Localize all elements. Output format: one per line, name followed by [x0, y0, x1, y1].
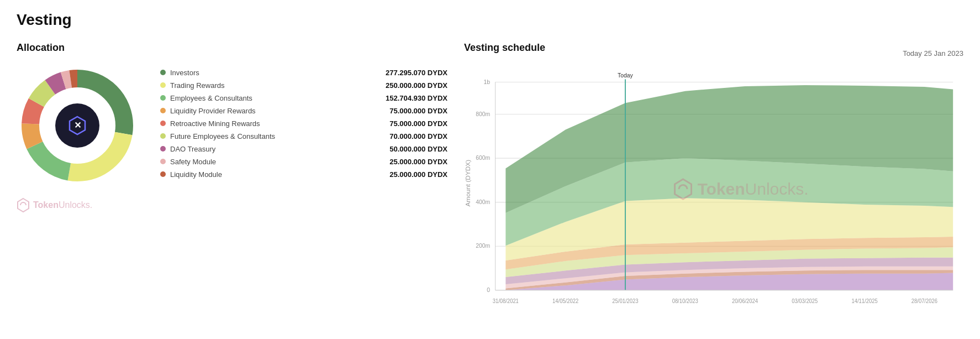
liquidity-module-value: 25.000.000 DYDX [389, 170, 447, 179]
retroactive-label: Retroactive Mining Rewards [170, 119, 260, 128]
svg-text:20/06/2024: 20/06/2024 [732, 298, 758, 305]
svg-text:31/08/2021: 31/08/2021 [493, 298, 519, 305]
trading-value: 250.000.000 DYDX [386, 81, 447, 90]
svg-text:Today: Today [618, 71, 633, 79]
vesting-chart: 0 200m 400m 600m 800m 1b Amount (DYDX) 3… [464, 70, 963, 308]
lp-label: Liquidity Provider Rewards [170, 107, 256, 115]
svg-text:1b: 1b [484, 78, 491, 85]
donut-center-logo: ✕ [55, 103, 99, 148]
investors-value: 277.295.070 DYDX [386, 69, 447, 77]
list-item: Employees & Consultants 152.704.930 DYDX [160, 94, 447, 102]
liquidity-module-dot [160, 171, 166, 177]
allocation-content: ✕ Investors 277.295.070 DYDX Trading R [17, 65, 447, 186]
watermark-text: TokenUnlocks. [33, 200, 92, 210]
dao-value: 50.000.000 DYDX [389, 145, 447, 153]
trading-dot [160, 82, 166, 88]
retroactive-dot [160, 121, 166, 126]
allocation-panel: Allocation [17, 42, 447, 308]
svg-text:28/07/2026: 28/07/2026 [911, 298, 937, 305]
future-emp-label: Future Employees & Consultants [170, 132, 275, 140]
main-layout: Allocation [17, 42, 963, 308]
allocation-title: Allocation [17, 42, 447, 54]
vesting-schedule-panel: Vesting schedule Today 25 Jan 2023 0 200… [464, 42, 963, 308]
list-item: Retroactive Mining Rewards 75.000.000 DY… [160, 119, 447, 128]
investors-dot [160, 70, 166, 75]
donut-chart: ✕ [17, 65, 138, 186]
dao-label: DAO Treasury [170, 145, 215, 153]
svg-text:400m: 400m [476, 198, 490, 205]
dao-dot [160, 146, 166, 152]
safety-value: 25.000.000 DYDX [389, 158, 447, 166]
svg-text:Amount (DYDX): Amount (DYDX) [465, 160, 471, 207]
svg-text:0: 0 [487, 286, 490, 293]
page-title: Vesting [17, 11, 963, 29]
lp-value: 75.000.000 DYDX [389, 107, 447, 115]
legend: Investors 277.295.070 DYDX Trading Rewar… [160, 69, 447, 183]
svg-text:✕: ✕ [74, 121, 81, 130]
svg-text:14/05/2022: 14/05/2022 [552, 298, 578, 305]
vesting-schedule-title: Vesting schedule [464, 42, 545, 54]
svg-text:03/03/2025: 03/03/2025 [792, 298, 818, 305]
list-item: Future Employees & Consultants 70.000.00… [160, 132, 447, 140]
svg-text:800m: 800m [476, 110, 490, 117]
future-emp-value: 70.000.000 DYDX [389, 132, 447, 140]
svg-text:200m: 200m [476, 242, 490, 249]
svg-text:25/01/2023: 25/01/2023 [612, 298, 638, 305]
chart-header: Vesting schedule Today 25 Jan 2023 [464, 42, 963, 65]
investors-label: Investors [170, 69, 199, 77]
lp-dot [160, 108, 166, 113]
list-item: Safety Module 25.000.000 DYDX [160, 158, 447, 166]
list-item: DAO Treasury 50.000.000 DYDX [160, 145, 447, 153]
list-item: Liquidity Provider Rewards 75.000.000 DY… [160, 107, 447, 115]
retroactive-value: 75.000.000 DYDX [389, 119, 447, 128]
left-watermark: TokenUnlocks. [17, 197, 447, 213]
list-item: Trading Rewards 250.000.000 DYDX [160, 81, 447, 90]
liquidity-module-label: Liquidity Module [170, 170, 222, 179]
svg-text:08/10/2023: 08/10/2023 [672, 298, 698, 305]
safety-dot [160, 159, 166, 164]
svg-text:600m: 600m [476, 154, 490, 161]
today-date: Today 25 Jan 2023 [903, 49, 963, 58]
employees-label: Employees & Consultants [170, 94, 252, 102]
list-item: Investors 277.295.070 DYDX [160, 69, 447, 77]
future-emp-dot [160, 133, 166, 139]
trading-label: Trading Rewards [170, 81, 225, 90]
safety-label: Safety Module [170, 158, 216, 166]
employees-value: 152.704.930 DYDX [386, 94, 447, 102]
employees-dot [160, 95, 166, 101]
list-item: Liquidity Module 25.000.000 DYDX [160, 170, 447, 179]
svg-text:14/11/2025: 14/11/2025 [852, 298, 878, 305]
